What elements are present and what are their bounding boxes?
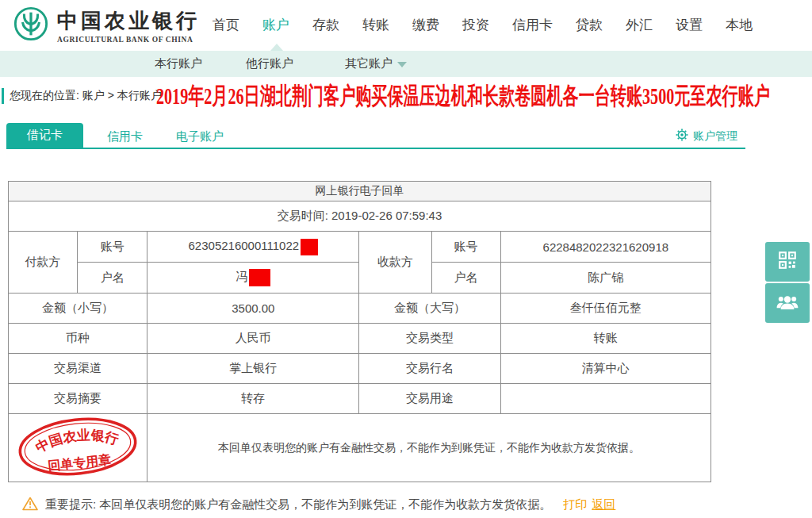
qr-code-icon	[777, 250, 798, 274]
table-row: 中国农业银行 回单专用章 本回单仅表明您的账户有金融性交易，不能作为到账凭证，不…	[9, 414, 711, 482]
nav-item-settings[interactable]: 设置	[676, 16, 703, 34]
nav-item-accounts[interactable]: 账户	[262, 16, 289, 34]
footer-links: 打印返回	[558, 497, 615, 512]
payer-role-cell: 付款方	[9, 232, 78, 294]
payee-account-value-cell: 6228482022321620918	[500, 232, 710, 263]
top-navigation: 首页 账户 存款 转账 缴费 投资 信用卡 贷款 外汇 设置 本地	[213, 0, 753, 49]
bank-name-en: AGRICULTURAL BANK OF CHINA	[57, 36, 200, 44]
breadcrumb-accent-bar	[2, 88, 4, 104]
red-annotation-text: 2019年2月26日湖北荆门客户购买保温压边机和长款卷圆机各一台转账3500元至…	[156, 80, 770, 113]
nav-item-investment[interactable]: 投资	[462, 16, 489, 34]
payer-name-value-cell: 冯	[147, 263, 359, 294]
people-icon	[776, 290, 799, 316]
nav-item-deposits[interactable]: 存款	[312, 16, 339, 34]
side-toolbar	[765, 242, 810, 323]
subnav-item-other-bank-accounts[interactable]: 他行账户	[246, 56, 293, 71]
stamp-icon: 中国农业银行 回单专用章	[14, 414, 142, 482]
currency-value-cell: 人民币	[147, 324, 359, 354]
bank-logo[interactable]: 中国农业银行 AGRICULTURAL BANK OF CHINA	[13, 6, 200, 45]
account-manage-button[interactable]: 账户管理	[676, 129, 737, 144]
redaction-box	[249, 269, 270, 286]
purpose-label-cell: 交易用途	[359, 384, 500, 414]
svg-text:中国农业银行: 中国农业银行	[33, 424, 122, 456]
summary-value-cell: 转存	[147, 384, 359, 414]
summary-label-cell: 交易摘要	[9, 384, 147, 414]
table-row: 付款方 账号 62305216000111022 收款方 账号 62284820…	[9, 232, 711, 263]
nav-item-transfer[interactable]: 转账	[362, 16, 389, 34]
redaction-box	[301, 239, 318, 255]
tab-e-account[interactable]: 电子账户	[176, 129, 224, 144]
table-row: 币种 人民币 交易类型 转账	[9, 324, 711, 354]
back-link[interactable]: 返回	[592, 497, 615, 511]
nav-item-loans[interactable]: 贷款	[576, 16, 603, 34]
footer-notice: 重要提示: 本回单仅表明您的账户有金融性交易，不能作为到账凭证，不能作为收款方发…	[22, 497, 615, 513]
tab-debit-card[interactable]: 借记卡	[6, 123, 83, 148]
bank-name-cn: 中国农业银行	[57, 7, 200, 35]
payer-name-label-cell: 户名	[78, 263, 147, 294]
tx-type-label-cell: 交易类型	[359, 324, 500, 354]
table-row: 金额（小写） 3500.00 金额（大写） 叁仟伍佰元整	[9, 294, 711, 324]
nav-item-local[interactable]: 本地	[726, 16, 753, 34]
tabs-underline	[6, 148, 745, 149]
amount-lower-label-cell: 金额（小写）	[9, 294, 147, 324]
warning-icon	[22, 497, 38, 513]
bank-name-value-cell: 清算中心	[500, 354, 710, 384]
header: 中国农业银行 AGRICULTURAL BANK OF CHINA 首页 账户 …	[0, 0, 812, 51]
payee-account-label-cell: 账号	[431, 232, 500, 263]
abc-logo-icon	[13, 6, 49, 45]
receipt-title: 网上银行电子回单	[9, 182, 711, 201]
transaction-time-cell: 交易时间: 2019-02-26 07:59:43	[9, 201, 711, 232]
breadcrumb-text: 您现在的位置: 账户 > 本行账户	[10, 89, 162, 103]
footer-notice-text: 重要提示: 本回单仅表明您的账户有金融性交易，不能作为到账凭证，不能作为收款方发…	[45, 497, 551, 512]
breadcrumb: 您现在的位置: 账户 > 本行账户	[2, 88, 162, 104]
payer-account-value-cell: 62305216000111022	[147, 232, 359, 263]
transaction-time-label: 交易时间:	[278, 209, 328, 222]
subnav-item-own-bank-accounts[interactable]: 本行账户	[155, 56, 202, 71]
channel-value-cell: 掌上银行	[147, 354, 359, 384]
transaction-time-value: 2019-02-26 07:59:43	[331, 209, 442, 222]
payee-role-cell: 收款方	[359, 232, 431, 294]
bank-name-label-cell: 交易行名	[359, 354, 500, 384]
table-row: 交易时间: 2019-02-26 07:59:43	[9, 201, 711, 232]
stamp-text-top: 中国农业银行	[33, 424, 122, 456]
tab-credit-card[interactable]: 信用卡	[107, 129, 143, 144]
subnav-item-other-accounts[interactable]: 其它账户	[345, 56, 407, 71]
table-row: 交易摘要 转存 交易用途	[9, 384, 711, 414]
nav-item-credit-card[interactable]: 信用卡	[512, 16, 553, 34]
table-row: 交易渠道 掌上银行 交易行名 清算中心	[9, 354, 711, 384]
currency-label-cell: 币种	[9, 324, 147, 354]
e-receipt: 网上银行电子回单 交易时间: 2019-02-26 07:59:43 付款方 账…	[8, 181, 711, 482]
subnav-bar: 本行账户 他行账户 其它账户	[0, 51, 812, 77]
account-manage-label: 账户管理	[693, 129, 737, 144]
amount-upper-label-cell: 金额（大写）	[359, 294, 500, 324]
chevron-down-icon	[397, 62, 407, 67]
qr-code-button[interactable]	[765, 242, 810, 282]
nav-item-forex[interactable]: 外汇	[626, 16, 653, 34]
disclaimer-cell: 本回单仅表明您的账户有金融性交易，不能作为到账凭证，不能作为收款方发货依据。	[147, 414, 711, 482]
purpose-value-cell	[500, 384, 710, 414]
nav-item-payments[interactable]: 缴费	[412, 16, 439, 34]
payee-name-label-cell: 户名	[431, 263, 500, 294]
channel-label-cell: 交易渠道	[9, 354, 147, 384]
amount-upper-value-cell: 叁仟伍佰元整	[500, 294, 710, 324]
payee-name-value-cell: 陈广锦	[500, 263, 710, 294]
bank-stamp: 中国农业银行 回单专用章	[9, 414, 147, 482]
payer-account-label-cell: 账号	[78, 232, 147, 263]
tx-type-value-cell: 转账	[500, 324, 710, 354]
nav-item-home[interactable]: 首页	[213, 16, 239, 34]
print-link[interactable]: 打印	[563, 497, 587, 511]
amount-lower-value-cell: 3500.00	[147, 294, 359, 324]
active-nav-pointer	[270, 44, 283, 51]
gear-icon	[676, 129, 688, 144]
customer-service-button[interactable]	[765, 283, 810, 323]
table-row: 网上银行电子回单	[9, 182, 711, 201]
